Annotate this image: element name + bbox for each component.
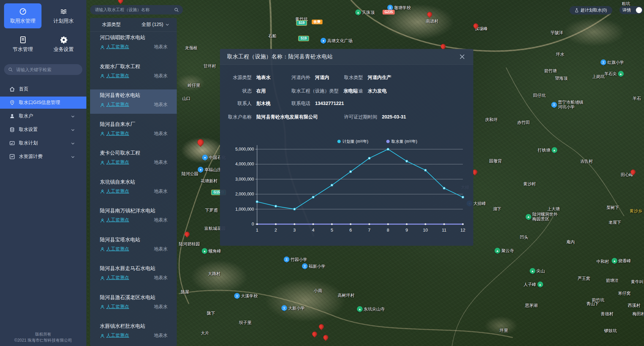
field-value: 在用 bbox=[256, 88, 266, 94]
road-badge: 收费 bbox=[312, 20, 323, 24]
map-label-text: 凹头 bbox=[520, 235, 528, 240]
svg-text:2: 2 bbox=[275, 228, 277, 233]
sidebar-item-首页[interactable]: 首页 bbox=[0, 82, 86, 96]
map-label-text: 箭竹塘 bbox=[544, 69, 557, 73]
chevron-down-icon bbox=[71, 128, 75, 132]
map-label: 上大塘 bbox=[547, 207, 560, 211]
field-label: 联系电话 bbox=[291, 101, 310, 107]
map-label-text: 岭仔里 bbox=[188, 83, 200, 88]
monitor-point-link[interactable]: 人工监测点 bbox=[106, 188, 129, 194]
sidebar-item-取水户[interactable]: 取水户 bbox=[0, 109, 86, 123]
monitor-point-link[interactable]: 人工监测点 bbox=[106, 217, 129, 223]
close-icon[interactable] bbox=[459, 54, 465, 60]
monitor-point-link[interactable]: 人工监测点 bbox=[106, 159, 129, 165]
station-list-item[interactable]: 水唇镇水栏肚水电站人工监测点地表水 bbox=[90, 320, 177, 346]
person-icon bbox=[100, 131, 105, 136]
field-状态: 状态在用 bbox=[226, 88, 266, 95]
journal-icon bbox=[19, 36, 27, 44]
station-meta-row: 人工监测点地表水 bbox=[90, 159, 177, 165]
map-pin-icon[interactable] bbox=[184, 231, 191, 238]
map-label-text: 青山下 bbox=[586, 301, 599, 306]
map-label: 凹头 bbox=[520, 235, 528, 240]
person-icon bbox=[100, 276, 105, 280]
water-type: 地表水 bbox=[154, 159, 168, 165]
scenic-poi-icon: ▲ bbox=[530, 268, 535, 274]
module-节水管理[interactable]: 节水管理 bbox=[4, 32, 41, 57]
svg-text:1: 1 bbox=[256, 228, 258, 233]
map-label-text: 大溪学校 bbox=[241, 294, 258, 298]
map-label-text: 甘坪村 bbox=[203, 64, 216, 69]
station-item-inner: 陆河县宝塔水电站人工监测点地表水 bbox=[90, 234, 177, 258]
map-label: 庆和坪 bbox=[485, 117, 498, 122]
field-取水用途: 取水用途水力发电 bbox=[344, 88, 387, 95]
sidebar-item-取水口GIS信息管理[interactable]: 取水口GIS信息管理 bbox=[0, 97, 86, 109]
station-list-item[interactable]: 河口镇唱歌潭水电站人工监测点地表水 bbox=[90, 32, 177, 61]
map-label-text: 坝子里 bbox=[239, 320, 252, 325]
station-list-item[interactable]: 陆河县自来水厂人工监测点地表水 bbox=[90, 118, 177, 148]
field-label: 状态 bbox=[226, 88, 252, 94]
module-计划用水[interactable]: 计划用水 bbox=[45, 3, 82, 28]
monitor-point-link[interactable]: 人工监测点 bbox=[106, 275, 129, 281]
map-pin-icon[interactable] bbox=[196, 138, 205, 147]
copyright-line2: ©2021 珠海市仁智科技有限公司 bbox=[0, 338, 86, 343]
module-label: 取用水管理 bbox=[10, 18, 35, 24]
monitor-point-link[interactable]: 人工监测点 bbox=[106, 102, 129, 108]
monitor-point-link[interactable]: 人工监测点 bbox=[106, 332, 129, 339]
map-label-text: 打铁塘 bbox=[538, 148, 551, 153]
monitor-point-link[interactable]: 人工监测点 bbox=[106, 44, 129, 50]
gear-icon bbox=[60, 36, 68, 44]
station-list-item[interactable]: 陆河县宝塔水电站人工监测点地表水 bbox=[90, 234, 177, 263]
map-label: 箭竹塘 bbox=[544, 69, 557, 73]
map-label-text: 幸福山庄 bbox=[204, 167, 221, 172]
station-name: 陆河县宝塔水电站 bbox=[90, 236, 177, 243]
station-list-item[interactable]: 友能水厂取水工程人工监测点地表水 bbox=[90, 61, 177, 90]
road-badge-text: S19 bbox=[296, 20, 307, 26]
field-value: 彭木桃 bbox=[256, 101, 271, 106]
module-取用水管理[interactable]: 取用水管理 bbox=[4, 3, 41, 28]
map-pin-icon[interactable] bbox=[117, 0, 124, 4]
module-业务设置[interactable]: 业务设置 bbox=[45, 32, 82, 57]
map-label: 山口 bbox=[182, 96, 191, 101]
scenic-poi-icon: ▲ bbox=[355, 9, 361, 15]
sidebar-item-水资源计费[interactable]: 水资源计费 bbox=[0, 150, 86, 163]
search-icon bbox=[8, 67, 13, 72]
station-search-input[interactable] bbox=[94, 7, 171, 12]
station-list-item[interactable]: 东坑镇自来水站人工监测点地表水 bbox=[90, 176, 177, 205]
map-pin-icon[interactable] bbox=[318, 323, 325, 330]
map-pin-icon[interactable] bbox=[311, 330, 318, 338]
sidebar-item-label: 取水户 bbox=[19, 113, 33, 119]
station-list-item[interactable]: 陆河县水唇走马石水电站人工监测点地表水 bbox=[90, 263, 177, 292]
monitor-point-link[interactable]: 人工监测点 bbox=[106, 131, 129, 137]
over-plan-intake-button[interactable]: 超计划取水(0) bbox=[569, 6, 612, 15]
map-label: 箭塘洼 bbox=[606, 278, 619, 283]
map-label: 思茅湖 bbox=[525, 303, 538, 308]
map-pin-icon[interactable] bbox=[322, 334, 329, 341]
sidebar-item-取水计划[interactable]: 取水计划 bbox=[0, 136, 86, 150]
monitor-point-link[interactable]: 人工监测点 bbox=[106, 304, 129, 310]
svg-text:8: 8 bbox=[387, 228, 389, 233]
chart-icon bbox=[9, 154, 15, 159]
monitor-point-link[interactable]: 人工监测点 bbox=[106, 73, 129, 79]
sidebar: 取用水管理计划用水节水管理业务设置 首页取水口GIS信息管理取水户取水设置取水计… bbox=[0, 0, 86, 346]
map-pin-icon[interactable] bbox=[426, 11, 433, 18]
detail-toggle[interactable]: 详情 bbox=[619, 6, 643, 14]
station-list-item[interactable]: 麦卡公司取水工程人工监测点地表水 bbox=[90, 147, 177, 176]
station-item-inner: 麦卡公司取水工程人工监测点地表水 bbox=[90, 147, 177, 171]
search-icon[interactable] bbox=[174, 7, 179, 12]
map-label: 文大溪学校 bbox=[234, 293, 258, 299]
map-label: 陇下 bbox=[207, 311, 215, 316]
water-source-filter[interactable]: 水源类型 全部 (125) bbox=[90, 18, 177, 32]
station-list-item[interactable]: 陆河县激石溪老区水电站人工监测点地表水 bbox=[90, 292, 177, 321]
map-label: 花塘新村 bbox=[201, 179, 218, 183]
station-list-item[interactable]: 陆河县青砼水电站人工监测点地表水 bbox=[90, 89, 177, 118]
station-list-item[interactable]: 陆河县南万镇杞洋水电站人工监测点地表水 bbox=[90, 205, 177, 234]
sidebar-search-input[interactable] bbox=[16, 67, 78, 73]
sidebar-item-取水设置[interactable]: 取水设置 bbox=[0, 123, 86, 136]
monitor-point-link[interactable]: 人工监测点 bbox=[106, 246, 129, 252]
map-label: ●高塘文化广场 bbox=[320, 38, 353, 44]
map-label: 南进村 bbox=[426, 19, 439, 24]
station-meta-row: 人工监测点地表水 bbox=[90, 102, 177, 108]
map-label: 老屋下 bbox=[609, 220, 621, 225]
map-label-text: 黄沙乡 bbox=[629, 209, 642, 213]
scenic-poi-icon: ▲ bbox=[526, 214, 531, 220]
